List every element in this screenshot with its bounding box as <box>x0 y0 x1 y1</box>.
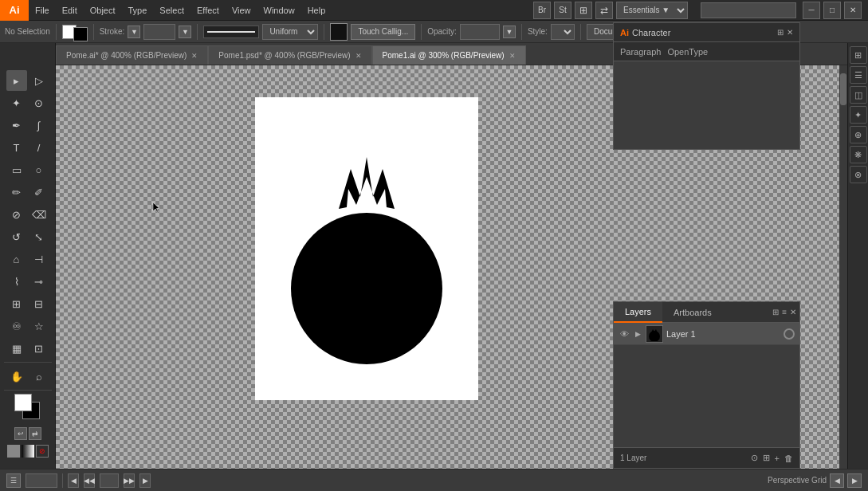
symbol-tool-btn[interactable]: ☆ <box>29 316 49 336</box>
warp-tool-btn[interactable]: ⌂ <box>6 249 27 269</box>
magic-wand-tool-btn[interactable]: ✦ <box>6 92 27 113</box>
layers-tab-layers[interactable]: Layers <box>614 302 662 323</box>
stroke-type-select[interactable]: Uniform <box>262 24 318 40</box>
char-panel-close-icon[interactable]: ✕ <box>787 28 793 37</box>
menu-effect[interactable]: Effect <box>190 0 226 21</box>
stroke-swatch[interactable] <box>73 27 88 41</box>
canvas-menu-btn[interactable]: ☰ <box>6 473 21 488</box>
zoom-input[interactable]: 300% <box>26 473 57 488</box>
minimize-btn[interactable]: ─ <box>803 2 820 19</box>
rect-tool-btn[interactable]: ▭ <box>6 159 27 180</box>
menu-edit[interactable]: Edit <box>56 0 84 21</box>
menu-object[interactable]: Object <box>84 0 122 21</box>
grid-next-btn[interactable]: ▶ <box>847 473 862 488</box>
stroke-preview[interactable] <box>203 26 259 38</box>
tab-2[interactable]: Pome1.ai @ 300% (RGB/Preview) ✕ <box>372 45 526 65</box>
close-btn[interactable]: ✕ <box>844 2 862 19</box>
stroke-down-btn[interactable]: ▼ <box>128 26 140 38</box>
pen-tool-btn[interactable]: ✒ <box>6 115 27 136</box>
paragraph-panel-title[interactable]: Paragraph <box>620 47 661 57</box>
panel-icon-4[interactable]: ✦ <box>850 106 867 124</box>
create-sublayer-icon[interactable]: + <box>775 454 780 463</box>
locate-layer-icon[interactable]: ⊙ <box>751 453 758 463</box>
menu-select[interactable]: Select <box>153 0 190 21</box>
hand-tool-btn[interactable]: ✋ <box>6 366 27 387</box>
layer-expand-arrow[interactable]: ▶ <box>633 329 642 339</box>
layer-visibility-toggle[interactable]: 👁 <box>619 328 630 340</box>
next-page-btn[interactable]: ▶ <box>139 473 151 488</box>
blob-brush-tool-btn[interactable]: ⊘ <box>6 204 27 225</box>
arrangement-btn[interactable]: ⊞ <box>575 2 592 19</box>
solid-color-icon[interactable] <box>7 445 20 458</box>
delete-layer-icon[interactable]: 🗑 <box>784 454 793 463</box>
menu-type[interactable]: Type <box>122 0 154 21</box>
menu-window[interactable]: Window <box>257 0 301 21</box>
menu-help[interactable]: Help <box>301 0 332 21</box>
zoom-tool-btn[interactable]: ⌕ <box>29 366 49 387</box>
layers-tab-artboards[interactable]: Artboards <box>662 302 723 323</box>
maximize-btn[interactable]: □ <box>823 2 841 19</box>
text-tool-btn[interactable]: T <box>6 137 27 158</box>
blend-tool-btn[interactable]: ♾ <box>6 316 27 336</box>
selection-tool-btn[interactable]: ▸ <box>6 70 27 91</box>
chart-tool-btn[interactable]: ▦ <box>6 338 27 359</box>
opacity-input[interactable]: 100% <box>460 24 500 40</box>
curvature-tool-btn[interactable]: ∫ <box>29 115 49 136</box>
fill-color-swatch[interactable] <box>14 394 32 411</box>
menu-view[interactable]: View <box>226 0 257 21</box>
panel-icon-1[interactable]: ⊞ <box>850 46 867 64</box>
mesh-tool-btn[interactable]: ⊟ <box>29 293 49 314</box>
eyedropper-tool-btn[interactable]: ⌇ <box>6 271 27 292</box>
last-page-btn[interactable]: ▶▶ <box>124 473 135 488</box>
direct-select-tool-btn[interactable]: ▷ <box>29 70 49 91</box>
panel-icon-5[interactable]: ⊕ <box>850 126 867 143</box>
eraser-tool-btn[interactable]: ⌫ <box>29 204 49 225</box>
stroke-unit-btn[interactable]: ▼ <box>179 26 191 38</box>
panel-icon-2[interactable]: ☰ <box>850 66 867 84</box>
page-input[interactable]: 1 <box>100 473 119 488</box>
panel-icon-7[interactable]: ⊗ <box>850 166 867 183</box>
first-page-btn[interactable]: ◀◀ <box>84 473 95 488</box>
layers-panel-expand-icon[interactable]: ⊞ <box>772 308 779 316</box>
slice-tool-btn[interactable]: ⊡ <box>29 338 49 359</box>
brush-select-btn[interactable]: Touch Callig... <box>351 24 415 40</box>
tab-2-close[interactable]: ✕ <box>509 52 516 60</box>
layers-panel-menu-icon[interactable]: ≡ <box>782 308 787 316</box>
reset-colors-icon[interactable]: ↩ <box>14 427 27 440</box>
none-icon[interactable]: ⊘ <box>36 445 49 458</box>
char-panel-expand-icon[interactable]: ⊞ <box>777 28 784 37</box>
gradient-tool-btn[interactable]: ⊞ <box>6 293 27 314</box>
panel-icon-6[interactable]: ❋ <box>850 146 867 163</box>
width-tool-btn[interactable]: ⊣ <box>29 249 49 269</box>
lasso-tool-btn[interactable]: ⊙ <box>29 92 49 113</box>
style-select[interactable] <box>551 24 575 40</box>
swap-colors-icon[interactable]: ⇄ <box>29 427 41 440</box>
grid-prev-btn[interactable]: ◀ <box>830 473 844 488</box>
exchange-btn[interactable]: ⇄ <box>595 2 613 19</box>
rotate-tool-btn[interactable]: ↺ <box>6 226 27 247</box>
stock-btn[interactable]: St <box>554 2 571 19</box>
opentype-panel-title[interactable]: OpenType <box>667 47 708 57</box>
tab-1[interactable]: Pome1.psd* @ 400% (RGB/Preview) ✕ <box>208 45 371 65</box>
vertical-scrollbar[interactable] <box>839 65 847 469</box>
essentials-dropdown[interactable]: Essentials ▼ <box>616 2 688 19</box>
layer-row-1[interactable]: 👁 ▶ Layer 1 <box>614 323 799 345</box>
panel-icon-3[interactable]: ◫ <box>850 86 867 104</box>
bridge-btn[interactable]: Br <box>533 2 551 19</box>
gradient-icon-small[interactable] <box>22 445 34 458</box>
search-input[interactable] <box>701 2 796 18</box>
brush-tool-btn[interactable]: ✏ <box>6 182 27 202</box>
prev-page-btn[interactable]: ◀ <box>68 473 79 488</box>
tab-0[interactable]: Pome.ai* @ 400% (RGB/Preview) ✕ <box>56 45 208 65</box>
brush-preview-swatch[interactable] <box>330 23 348 41</box>
line-tool-btn[interactable]: / <box>29 137 49 158</box>
tab-0-close[interactable]: ✕ <box>191 52 198 60</box>
scale-tool-btn[interactable]: ⤡ <box>29 226 49 247</box>
opacity-dropdown-btn[interactable]: ▼ <box>503 26 516 38</box>
layer-lock-icon[interactable] <box>784 328 795 340</box>
vertical-scrollbar-thumb[interactable] <box>840 73 846 105</box>
pencil-tool-btn[interactable]: ✐ <box>29 182 49 202</box>
measure-tool-btn[interactable]: ⊸ <box>29 271 49 292</box>
layers-panel-close-icon[interactable]: ✕ <box>790 308 796 316</box>
tab-1-close[interactable]: ✕ <box>355 52 362 60</box>
